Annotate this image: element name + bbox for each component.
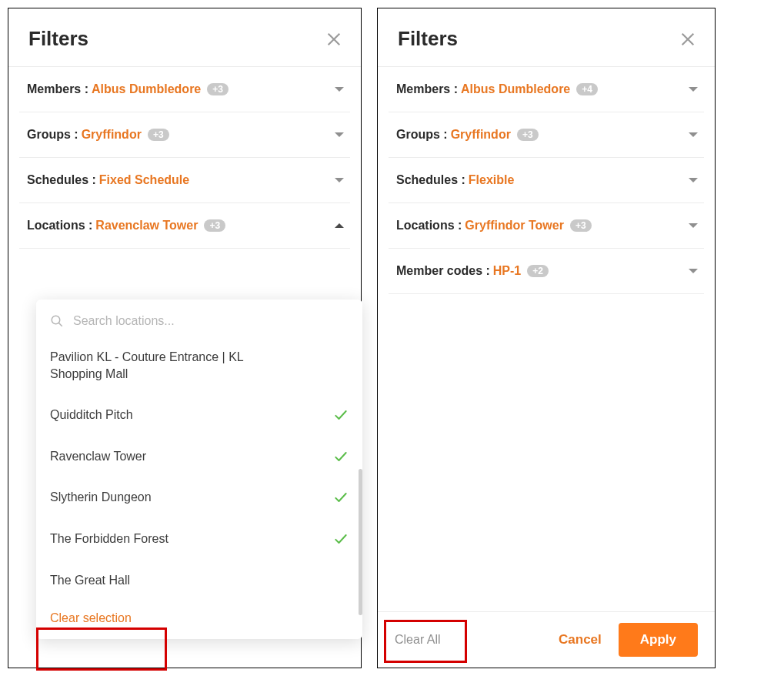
cancel-button[interactable]: Cancel (559, 632, 602, 648)
check-icon (333, 531, 349, 547)
panel-footer: Clear All Cancel Apply (378, 611, 715, 668)
chevron-down-icon (335, 132, 344, 137)
option-label: Ravenclaw Tower (50, 448, 146, 465)
svg-line-3 (58, 323, 62, 326)
filter-value: Albus Dumbledore (461, 82, 570, 96)
option-label: Slytherin Dungeon (50, 489, 152, 506)
locations-dropdown: Pavilion KL - Couture Entrance | KL Shop… (36, 300, 362, 639)
chevron-up-icon (335, 223, 344, 228)
filter-label: Members : (27, 82, 88, 96)
filter-label: Groups : (27, 128, 78, 142)
option-label: Pavilion KL - Couture Entrance | KL Shop… (50, 349, 296, 382)
filter-value: Flexible (469, 173, 515, 187)
clear-all-button[interactable]: Clear All (395, 633, 441, 647)
location-option[interactable]: Ravenclaw Tower (36, 436, 362, 477)
filter-summary: Schedules : Fixed Schedule (27, 173, 189, 187)
option-label: The Forbidden Forest (50, 530, 168, 547)
location-option[interactable]: Pavilion KL - Couture Entrance | KL Shop… (36, 336, 362, 394)
clear-selection-button[interactable]: Clear selection (36, 601, 362, 636)
panel-title: Filters (398, 27, 458, 51)
option-label: The Great Hall (50, 572, 130, 589)
filter-summary: Member codes : HP-1 +2 (396, 264, 549, 278)
options-list: Pavilion KL - Couture Entrance | KL Shop… (36, 336, 362, 601)
filter-label: Groups : (396, 128, 448, 142)
chevron-down-icon (689, 178, 698, 182)
location-option[interactable]: Quidditch Pitch (36, 394, 362, 436)
filter-extra-badge: +3 (517, 129, 539, 141)
option-label: Quidditch Pitch (50, 407, 133, 423)
filter-value: Gryffindor (82, 128, 142, 142)
location-option[interactable]: Slytherin Dungeon (36, 477, 362, 518)
location-option[interactable]: The Great Hall (36, 560, 362, 601)
chevron-down-icon (689, 87, 698, 92)
filter-summary: Groups : Gryffindor +3 (27, 128, 169, 142)
location-option[interactable]: The Forbidden Forest (36, 518, 362, 560)
chevron-down-icon (689, 269, 698, 273)
chevron-down-icon (689, 132, 698, 137)
filter-row-schedules[interactable]: Schedules : Flexible (389, 158, 704, 203)
filter-row-members[interactable]: Members : Albus Dumbledore +3 (19, 67, 350, 112)
filter-list: Members : Albus Dumbledore +4 Groups : G… (378, 67, 715, 294)
search-input[interactable] (72, 313, 349, 329)
filter-label: Locations : (27, 219, 92, 233)
close-icon[interactable] (679, 31, 696, 48)
filter-extra-badge: +4 (576, 83, 598, 95)
filter-summary: Members : Albus Dumbledore +3 (27, 82, 229, 96)
filter-extra-badge: +3 (204, 219, 225, 232)
chevron-down-icon (689, 223, 698, 228)
scrollbar[interactable] (359, 469, 362, 615)
filter-value: Albus Dumbledore (92, 82, 201, 96)
check-icon (333, 407, 349, 423)
filter-row-groups[interactable]: Groups : Gryffindor +3 (389, 112, 704, 158)
chevron-down-icon (335, 87, 344, 92)
filter-value: Ravenclaw Tower (95, 219, 198, 233)
filter-extra-badge: +3 (570, 219, 592, 232)
svg-point-2 (52, 316, 60, 324)
filter-label: Members : (396, 82, 458, 96)
filter-value: Gryffindor Tower (465, 219, 564, 233)
filter-row-locations[interactable]: Locations : Ravenclaw Tower +3 (19, 203, 350, 249)
filter-value: HP-1 (493, 264, 521, 278)
filters-panel-left: Filters Members : Albus Dumbledore +3 Gr… (8, 8, 362, 668)
filter-row-schedules[interactable]: Schedules : Fixed Schedule (19, 158, 350, 203)
filter-summary: Locations : Gryffindor Tower +3 (396, 219, 592, 233)
filters-panel-right: Filters Members : Albus Dumbledore +4 Gr… (377, 8, 716, 668)
apply-button[interactable]: Apply (619, 623, 698, 657)
filter-label: Locations : (396, 219, 462, 233)
filter-extra-badge: +2 (527, 265, 549, 277)
search-icon (50, 314, 64, 328)
filter-summary: Members : Albus Dumbledore +4 (396, 82, 598, 96)
check-icon (333, 449, 349, 464)
filter-value: Fixed Schedule (99, 173, 189, 187)
filter-label: Schedules : (396, 173, 465, 187)
check-icon (333, 490, 349, 505)
close-icon[interactable] (325, 31, 342, 48)
filter-row-members[interactable]: Members : Albus Dumbledore +4 (389, 67, 704, 112)
filter-value: Gryffindor (451, 128, 511, 142)
filter-row-groups[interactable]: Groups : Gryffindor +3 (19, 112, 350, 158)
filter-label: Schedules : (27, 173, 96, 187)
panel-header: Filters (8, 8, 361, 67)
search-row (36, 310, 362, 336)
filter-row-member-codes[interactable]: Member codes : HP-1 +2 (389, 249, 704, 294)
filter-row-locations[interactable]: Locations : Gryffindor Tower +3 (389, 203, 704, 249)
filter-summary: Schedules : Flexible (396, 173, 514, 187)
filter-summary: Locations : Ravenclaw Tower +3 (27, 219, 225, 233)
chevron-down-icon (335, 178, 344, 182)
panel-title: Filters (28, 27, 88, 51)
filter-extra-badge: +3 (207, 83, 229, 95)
filter-list: Members : Albus Dumbledore +3 Groups : G… (8, 67, 361, 249)
filter-extra-badge: +3 (148, 129, 169, 141)
panel-header: Filters (378, 8, 715, 67)
filter-label: Member codes : (396, 264, 490, 278)
filter-summary: Groups : Gryffindor +3 (396, 128, 539, 142)
